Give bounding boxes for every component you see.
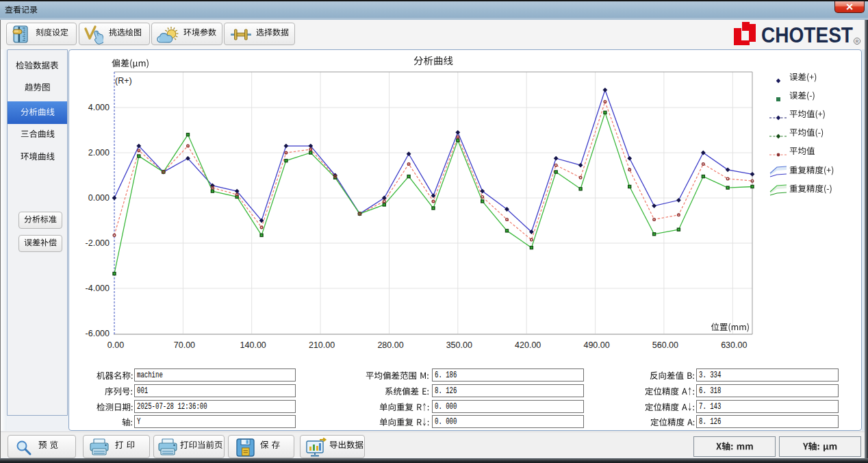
svg-text:420.00: 420.00 <box>515 340 541 350</box>
svg-text:140.00: 140.00 <box>240 340 266 350</box>
svg-text:-4.000: -4.000 <box>86 284 110 293</box>
svg-text:280.00: 280.00 <box>377 340 403 350</box>
svg-text:2.000: 2.000 <box>88 148 110 158</box>
svg-text:(R+): (R+) <box>115 76 132 86</box>
svg-text:4.000: 4.000 <box>88 103 110 112</box>
svg-text:70.00: 70.00 <box>174 340 195 350</box>
svg-text:210.00: 210.00 <box>309 340 335 350</box>
svg-text:0.00: 0.00 <box>107 340 124 350</box>
svg-text:350.00: 350.00 <box>446 340 472 350</box>
svg-text:-6.000: -6.000 <box>86 329 110 338</box>
svg-text:0.000: 0.000 <box>88 193 110 203</box>
svg-text:CHOTEST: CHOTEST <box>761 23 853 47</box>
svg-text:-2.000: -2.000 <box>86 238 110 248</box>
svg-text:490.00: 490.00 <box>583 340 609 350</box>
svg-text:630.00: 630.00 <box>721 340 747 350</box>
svg-text:R: R <box>856 39 859 44</box>
svg-text:560.00: 560.00 <box>652 340 678 350</box>
